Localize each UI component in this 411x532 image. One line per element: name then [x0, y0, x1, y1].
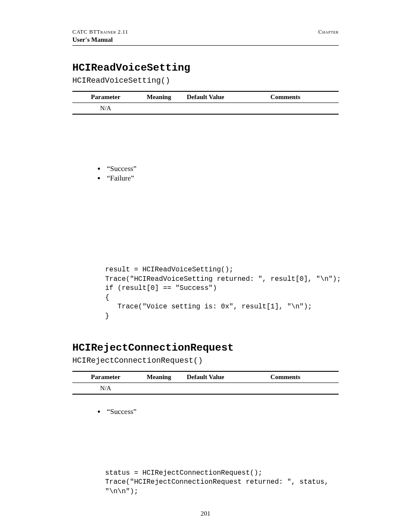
return-list-2: “Success” [97, 408, 339, 416]
code-block-2: status = HCIRejectConnectionRequest(); T… [105, 469, 339, 497]
td-default [179, 383, 232, 394]
table-header-row: Parameter Meaning Default Value Comments [72, 371, 339, 383]
table-row: N/A [72, 103, 339, 115]
list-item: “Failure” [105, 174, 339, 183]
header-left: CATC BTTrainer 2.11 [72, 28, 128, 35]
th-comments: Comments [232, 91, 339, 103]
spacer [72, 395, 339, 405]
spacer [72, 417, 339, 469]
code-block-1: result = HCIReadVoiceSetting(); Trace("H… [105, 265, 339, 321]
th-default: Default Value [179, 91, 232, 103]
page-number: 201 [0, 510, 411, 517]
list-item: “Success” [105, 165, 339, 173]
section-title-1: HCIReadVoiceSetting [72, 62, 339, 74]
spacer [72, 184, 339, 265]
header-rule [72, 45, 339, 46]
td-meaning [139, 383, 179, 394]
td-parameter: N/A [72, 103, 139, 115]
th-default: Default Value [179, 371, 232, 383]
table-header-row: Parameter Meaning Default Value Comments [72, 91, 339, 103]
header-left-version: 2.11 [116, 28, 128, 35]
return-list-1: “Success” “Failure” [97, 165, 339, 183]
section-signature-1: HCIReadVoiceSetting() [72, 76, 339, 85]
th-comments: Comments [232, 371, 339, 383]
th-parameter: Parameter [72, 91, 139, 103]
td-default [179, 103, 232, 115]
section-title-2: HCIRejectConnectionRequest [72, 342, 339, 354]
page: CATC BTTrainer 2.11 Chapter User's Manua… [0, 0, 411, 532]
th-meaning: Meaning [139, 91, 179, 103]
td-comments [232, 103, 339, 115]
running-header: CATC BTTrainer 2.11 Chapter [72, 28, 339, 35]
param-table-1: Parameter Meaning Default Value Comments… [72, 91, 339, 115]
list-item: “Success” [105, 408, 339, 416]
th-meaning: Meaning [139, 371, 179, 383]
th-parameter: Parameter [72, 371, 139, 383]
td-parameter: N/A [72, 383, 139, 394]
section-signature-2: HCIRejectConnectionRequest() [72, 356, 339, 365]
header-right: Chapter [318, 28, 339, 35]
spacer [72, 115, 339, 162]
td-comments [232, 383, 339, 394]
td-meaning [139, 103, 179, 115]
table-row: N/A [72, 383, 339, 394]
header-left-smallcaps: Trainer [97, 28, 116, 35]
param-table-2: Parameter Meaning Default Value Comments… [72, 371, 339, 395]
header-subtitle: User's Manual [72, 36, 339, 44]
header-left-prefix: CATC BT [72, 28, 97, 35]
